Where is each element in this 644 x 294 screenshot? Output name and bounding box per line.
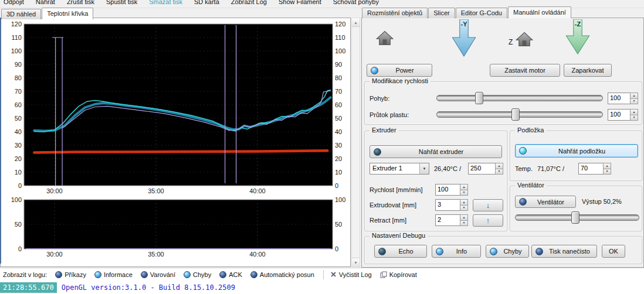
flow-value[interactable]: 100 [608, 109, 630, 121]
fan-slider[interactable] [515, 214, 639, 221]
bed-target-stepper[interactable]: 70 ▲▼ [578, 163, 611, 175]
move-speed-stepper[interactable]: 100 ▲▼ [608, 93, 638, 104]
toggle-warnings[interactable]: Varování [138, 271, 181, 278]
menu-item-disconnect[interactable]: Odpojit [4, 0, 24, 7]
menu-item-start-print[interactable]: Spustit tisk [106, 0, 137, 7]
power-button[interactable]: Power [367, 64, 432, 77]
flow-slider[interactable] [436, 111, 603, 118]
spin-up-icon[interactable]: ▲ [630, 109, 638, 115]
extrude-speed-value[interactable]: 100 [435, 184, 460, 196]
clear-log-label: Vyčistit Log [339, 271, 372, 278]
errors-led-icon [490, 248, 497, 255]
svg-text:0: 0 [18, 182, 22, 189]
extrude-button[interactable]: ↓ [473, 199, 503, 211]
heat-extruder-button[interactable]: Nahřát extruder [370, 145, 502, 158]
stop-motor-label: Zastavit motor [494, 67, 556, 74]
extruder-group: Extruder Nahřát extruder Extruder 1 ▼ 26… [364, 131, 507, 231]
spin-down-icon[interactable]: ▼ [460, 190, 468, 196]
spin-down-icon[interactable]: ▼ [460, 221, 468, 227]
fan-button-label: Ventilátor [530, 199, 572, 206]
slider-thumb[interactable] [511, 108, 520, 121]
tab-slicer[interactable]: Slicer [428, 8, 455, 18]
tab-object-placement[interactable]: Rozmístění objektů [362, 8, 428, 18]
power-led-icon [371, 67, 378, 74]
extruder-target-value[interactable]: 250 [468, 163, 495, 175]
toggle-commands[interactable]: Příkazy [52, 271, 91, 278]
spin-up-icon[interactable]: ▲ [460, 184, 468, 190]
svg-text:60: 60 [15, 101, 22, 108]
bed-target-value[interactable]: 70 [578, 163, 603, 175]
extrude-amount-value[interactable]: 3 [435, 199, 460, 211]
spin-down-icon[interactable]: ▼ [460, 206, 468, 211]
toggle-ack[interactable]: ACK [216, 271, 248, 278]
spin-down-icon[interactable]: ▼ [630, 115, 638, 121]
tab-gcode-editor[interactable]: Editor G-Codu [456, 8, 507, 18]
move-y-minus-button[interactable]: -Y [452, 19, 476, 57]
copy-log-label: Kopírovat [389, 271, 417, 278]
clear-log-button[interactable]: Vyčistit Log [327, 271, 377, 278]
menu-item-sd-card[interactable]: SD karta [194, 0, 219, 7]
retract-button[interactable]: ↑ [473, 214, 503, 227]
stop-motor-button[interactable]: Zastavit motor [490, 64, 560, 77]
chevron-down-icon[interactable]: ▼ [419, 163, 429, 174]
svg-text:0: 0 [335, 182, 338, 189]
scroll-down-icon[interactable]: ▼ [352, 258, 360, 266]
spin-up-icon[interactable]: ▲ [460, 199, 468, 206]
spin-down-icon[interactable]: ▼ [603, 169, 611, 175]
debug-dry-run-button[interactable]: Tisk nanečisto [531, 245, 597, 258]
log-message: OpenGL version:3.1.0 - Build 8.15.10.250… [62, 283, 235, 292]
svg-text:40:00: 40:00 [249, 187, 266, 194]
spin-up-icon[interactable]: ▲ [460, 214, 468, 221]
extrude-speed-stepper[interactable]: 100 ▲▼ [435, 184, 468, 196]
tab-manual-control[interactable]: Manuální ovládání [508, 6, 571, 18]
spin-up-icon[interactable]: ▲ [495, 163, 503, 169]
menu-item-load[interactable]: Nahrát [36, 0, 55, 7]
fan-button[interactable]: Ventilátor [515, 196, 576, 208]
svg-text:40: 40 [15, 128, 22, 135]
menu-item-show-filament[interactable]: Show Filament [279, 0, 321, 7]
spin-up-icon[interactable]: ▲ [630, 93, 638, 99]
scroll-up-icon[interactable]: ▲ [352, 18, 360, 27]
toggle-autoscroll[interactable]: Automatický posun [248, 271, 320, 278]
move-z-minus-button[interactable]: -Z [565, 19, 590, 54]
svg-text:10: 10 [335, 169, 342, 176]
log-line: 21:28:55.670 OpenGL version:3.1.0 - Buil… [0, 281, 644, 294]
fan-group: Ventilátor Ventilátor Výstup 50,2% [510, 186, 642, 231]
retract-amount-value[interactable]: 2 [435, 214, 460, 226]
tab-3d-preview[interactable]: 3D náhled [1, 9, 41, 19]
menu-item-show-log[interactable]: Zobrazit Log [231, 0, 267, 7]
home-button[interactable] [376, 30, 394, 49]
spin-down-icon[interactable]: ▼ [630, 99, 638, 105]
home-z-button[interactable] [516, 31, 533, 50]
slider-thumb[interactable] [571, 211, 579, 224]
heat-bed-button[interactable]: Nahřát podložku [515, 144, 638, 158]
toggle-information[interactable]: Informace [91, 271, 138, 278]
extrude-amount-stepper[interactable]: 3 ▲▼ [435, 199, 468, 211]
arrow-down-icon: ↓ [486, 201, 490, 210]
toggle-ack-label: ACK [229, 271, 242, 278]
extruder-select[interactable]: Extruder 1 ▼ [370, 163, 429, 175]
menu-item-erase-print[interactable]: Smazat tisk [149, 0, 182, 7]
toggle-errors[interactable]: Chyby [181, 271, 216, 278]
extruder-target-stepper[interactable]: 250 ▲▼ [468, 163, 503, 175]
spin-down-icon[interactable]: ▼ [495, 169, 503, 175]
copy-log-button[interactable]: Kopírovat [377, 271, 422, 278]
debug-info-button[interactable]: Info [432, 245, 481, 258]
park-button[interactable]: Zaparkovat [564, 64, 612, 77]
move-speed-value[interactable]: 100 [608, 93, 630, 104]
move-speed-slider[interactable] [436, 95, 603, 101]
vertical-scrollbar[interactable]: ▲ ▼ [351, 18, 360, 267]
ok-button[interactable]: OK [602, 245, 625, 258]
debug-errors-button[interactable]: Chyby [486, 245, 529, 258]
flow-stepper[interactable]: 100 ▲▼ [608, 109, 638, 121]
warnings-led-icon [141, 271, 148, 278]
menu-item-kill-print[interactable]: Zrušit tisk [67, 0, 94, 7]
slider-thumb[interactable] [475, 92, 483, 104]
tab-temperature-curve[interactable]: Teplotní křivka [42, 8, 93, 19]
spin-up-icon[interactable]: ▲ [603, 163, 611, 169]
left-tab-strip: 3D náhled Teplotní křivka [1, 8, 94, 19]
svg-text:50: 50 [15, 221, 22, 228]
svg-text:35:00: 35:00 [148, 251, 164, 258]
retract-amount-stepper[interactable]: 2 ▲▼ [435, 214, 468, 226]
debug-echo-button[interactable]: Echo [374, 245, 427, 258]
